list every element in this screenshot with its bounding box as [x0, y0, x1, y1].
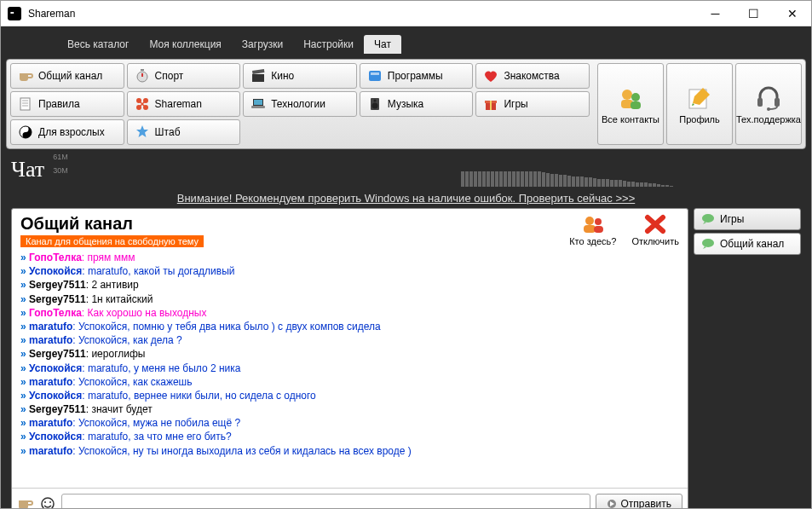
- message-user[interactable]: maratufo: [29, 334, 72, 346]
- chart-bar: [627, 182, 631, 187]
- chart-bar: [563, 175, 567, 187]
- chart-bar: [516, 171, 520, 187]
- sidebar: Игры Общий канал: [694, 208, 801, 509]
- chart-bar: [512, 171, 515, 187]
- messages-list[interactable]: » ГопоТелка: прям ммм» Успокойся: maratu…: [12, 249, 688, 488]
- minimize-button[interactable]: ─: [696, 1, 734, 26]
- channel-programs[interactable]: Программы: [360, 63, 474, 89]
- channel-sport[interactable]: Спорт: [127, 63, 241, 89]
- arrow-icon: »: [20, 348, 29, 360]
- support-button[interactable]: Тех.поддержка: [735, 63, 802, 145]
- message-user[interactable]: Успокойся: [29, 265, 82, 277]
- close-button[interactable]: ✕: [773, 1, 811, 26]
- message-user[interactable]: maratufo: [29, 445, 72, 457]
- chart-bar: [670, 186, 673, 187]
- message-row: » maratufo: Успокойся, помню у тебя два …: [20, 320, 679, 333]
- profile-button[interactable]: Профиль: [666, 63, 733, 145]
- toolbar-channels: Общий канал Спорт Кино Программы Знакомс…: [10, 63, 590, 145]
- channel-cinema[interactable]: Кино: [243, 63, 357, 89]
- chart-bar: [640, 182, 643, 187]
- chart-bar: [593, 178, 596, 187]
- message-row: » maratufo: Успокойся, как скажешь: [20, 375, 679, 389]
- chart-bar: [619, 180, 622, 187]
- message-text: : maratufo, какой ты догадливый: [82, 265, 234, 277]
- notice-bar: Внимание! Рекомендуем проверить Windows …: [6, 188, 806, 208]
- who-here-button[interactable]: Кто здесь?: [569, 214, 616, 246]
- chart-bar: [576, 176, 579, 187]
- chart-bar: [631, 182, 635, 187]
- message-user[interactable]: maratufo: [29, 321, 72, 333]
- chart-bar: [538, 171, 541, 187]
- activity-chart: 61M 30M: [53, 153, 801, 187]
- message-row: » Sergey7511: 2 антивир: [20, 278, 679, 292]
- svg-point-27: [622, 90, 632, 100]
- message-user[interactable]: Sergey7511: [29, 293, 86, 305]
- message-text: : Как хорошо на выходных: [82, 307, 207, 319]
- message-input[interactable]: [61, 494, 590, 509]
- channel-label: Программы: [388, 70, 443, 82]
- arrow-icon: »: [20, 445, 29, 457]
- sidebar-item-general[interactable]: Общий канал: [694, 233, 801, 255]
- emoji-icon[interactable]: [39, 496, 56, 509]
- chart-bar: [585, 177, 588, 187]
- svg-rect-30: [631, 101, 641, 109]
- message-user[interactable]: Sergey7511: [29, 348, 86, 360]
- arrow-icon: »: [20, 403, 29, 415]
- message-text: : maratufo, у меня не было 2 ника: [82, 362, 240, 374]
- send-button[interactable]: Отправить: [596, 494, 682, 509]
- channel-music[interactable]: Музыка: [360, 91, 474, 117]
- sidebar-label: Игры: [720, 213, 744, 225]
- arrow-icon: »: [20, 417, 29, 429]
- channel-games[interactable]: Игры: [475, 91, 590, 117]
- menu-catalog[interactable]: Весь каталог: [57, 35, 139, 54]
- chat-header: Чат 61M 30M: [6, 149, 806, 188]
- svg-rect-3: [252, 74, 264, 82]
- chart-bar: [461, 171, 464, 187]
- menu-collection[interactable]: Моя коллекция: [139, 35, 231, 54]
- message-user[interactable]: Sergey7511: [29, 403, 86, 415]
- menu-settings[interactable]: Настройки: [293, 35, 364, 54]
- arrow-icon: »: [20, 279, 29, 291]
- message-row: » Sergey7511: иероглифы: [20, 347, 679, 361]
- message-user[interactable]: maratufo: [29, 376, 72, 388]
- channel-shareman[interactable]: Shareman: [127, 91, 241, 117]
- message-user[interactable]: Sergey7511: [29, 279, 86, 291]
- sidebar-item-games[interactable]: Игры: [694, 208, 801, 230]
- message-user[interactable]: ГопоТелка: [29, 252, 82, 263]
- chart-bar: [623, 181, 626, 187]
- message-text: : Успокойся, мужа не побила ещё ?: [72, 417, 240, 429]
- menu-downloads[interactable]: Загрузки: [232, 35, 293, 54]
- message-user[interactable]: Успокойся: [29, 390, 82, 402]
- chart-bar: [644, 182, 648, 187]
- arrow-icon: »: [20, 376, 29, 388]
- channel-label: Знакомства: [504, 70, 559, 82]
- channel-hq[interactable]: Штаб: [127, 119, 241, 145]
- chart-bar: [495, 171, 498, 187]
- channel-tech[interactable]: Технологии: [243, 91, 357, 117]
- message-row: » ГопоТелка: прям ммм: [20, 251, 679, 264]
- channel-general[interactable]: Общий канал: [10, 63, 124, 89]
- menu-chat[interactable]: Чат: [364, 35, 401, 54]
- message-user[interactable]: Успокойся: [29, 431, 82, 442]
- notice-link[interactable]: Внимание! Рекомендуем проверить Windows …: [177, 192, 635, 205]
- channel-desc: Канал для общения на свободную тему: [20, 235, 204, 247]
- all-contacts-button[interactable]: Все контакты: [597, 63, 664, 145]
- message-text: : Успокойся, ну ты иногда выходила из се…: [72, 445, 411, 457]
- chart-bar: [491, 171, 494, 187]
- chart-label-top: 61M: [53, 153, 68, 161]
- maximize-button[interactable]: ☐: [734, 1, 773, 26]
- channel-rules[interactable]: Правила: [10, 91, 124, 117]
- coffee-small-icon: [17, 496, 34, 509]
- message-user[interactable]: ГопоТелка: [29, 307, 82, 319]
- coffee-icon: [18, 68, 33, 84]
- disconnect-button[interactable]: Отключить: [631, 214, 679, 246]
- channel-dating[interactable]: Знакомства: [475, 63, 590, 89]
- message-user[interactable]: maratufo: [29, 417, 72, 429]
- gift-icon: [483, 96, 498, 112]
- chart-bar: [567, 176, 571, 187]
- message-row: » Успокойся: maratufo, какой ты догадлив…: [20, 264, 679, 278]
- channel-adult[interactable]: Для взрослых: [10, 119, 124, 145]
- message-user[interactable]: Успокойся: [29, 362, 82, 374]
- chart-label-mid: 30M: [53, 166, 68, 175]
- chart-bar: [580, 176, 584, 187]
